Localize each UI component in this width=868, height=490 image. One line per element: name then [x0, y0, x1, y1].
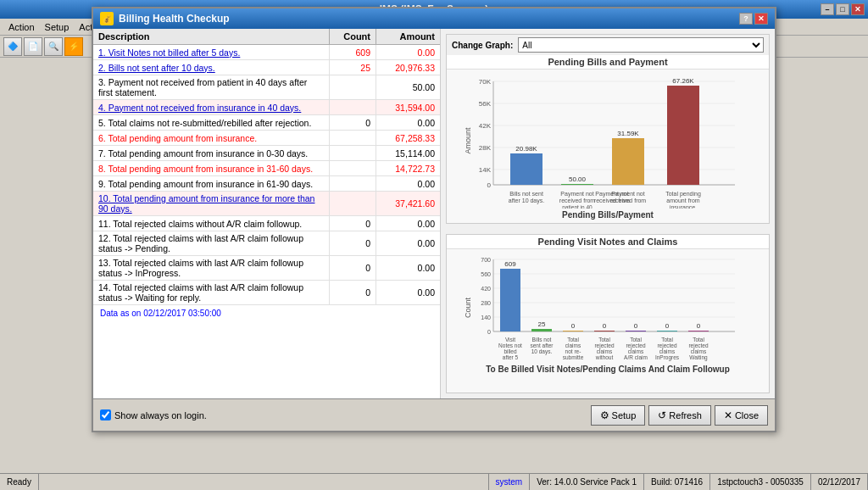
- svg-text:received from: received from: [559, 198, 596, 203]
- svg-text:700: 700: [481, 257, 491, 263]
- chart1-container: Change Graph: All Pending Bills and Paym…: [446, 34, 770, 224]
- row-link[interactable]: 4. Payment not received from insurance i…: [98, 103, 301, 113]
- col-amount: Amount: [376, 29, 440, 44]
- dialog-title-bar: 💰 Billing Health Checkup ? ✕: [93, 8, 775, 29]
- dialog-title-left: 💰 Billing Health Checkup: [100, 12, 230, 25]
- row-amount: 50.00: [376, 75, 440, 99]
- svg-text:submitte: submitte: [563, 354, 584, 360]
- close-icon: ✕: [724, 409, 732, 421]
- svg-rect-56: [594, 331, 615, 331]
- svg-text:0: 0: [571, 322, 576, 330]
- row-amount: 0.00: [376, 176, 440, 191]
- table-row: 13. Total rejected claims with last A/R …: [93, 256, 440, 281]
- dialog-icon: 💰: [100, 12, 114, 25]
- toolbar-btn-1[interactable]: 🔷: [3, 37, 22, 56]
- row-desc[interactable]: 10. Total pending amount from insurance …: [93, 192, 330, 215]
- minimize-button[interactable]: –: [821, 3, 834, 15]
- row-count: 0: [330, 281, 376, 304]
- dialog-close-button[interactable]: ✕: [754, 13, 768, 25]
- svg-text:after 5: after 5: [503, 354, 519, 360]
- setup-button[interactable]: ⚙ Setup: [591, 405, 646, 426]
- row-link[interactable]: 1. Visit Notes not billed after 5 days.: [98, 47, 240, 58]
- maximize-button[interactable]: □: [836, 3, 849, 15]
- toolbar-btn-4[interactable]: ⚡: [64, 37, 83, 56]
- svg-rect-15: [510, 153, 542, 185]
- svg-text:after 10 days.: after 10 days.: [509, 198, 544, 204]
- row-amount: 20,976.33: [376, 60, 440, 75]
- svg-text:claims: claims: [691, 348, 707, 354]
- svg-text:420: 420: [481, 286, 491, 292]
- toolbar-btn-3[interactable]: 🔍: [44, 37, 63, 56]
- table-row: 3. Payment not received from patient in …: [93, 75, 440, 100]
- chart2-svg-wrap: Count: [447, 249, 769, 393]
- status-version: Ver: 14.0.0 Service Pack 1: [530, 474, 644, 490]
- title-bar-controls[interactable]: – □ ✕: [821, 3, 865, 15]
- svg-text:InProgres: InProgres: [655, 354, 680, 361]
- svg-text:Visit: Visit: [505, 337, 515, 342]
- close-window-button[interactable]: ✕: [851, 3, 865, 15]
- change-graph-select[interactable]: All: [518, 37, 764, 53]
- svg-text:Total: Total: [630, 337, 642, 342]
- svg-text:42K: 42K: [479, 122, 492, 130]
- svg-text:Bills not sent: Bills not sent: [509, 191, 543, 197]
- table-row[interactable]: 1. Visit Notes not billed after 5 days. …: [93, 45, 440, 60]
- svg-text:70K: 70K: [479, 78, 492, 86]
- table-row[interactable]: 2. Bills not sent after 10 days. 25 20,9…: [93, 60, 440, 75]
- table-row: 6. Total pending amount from insurance. …: [93, 131, 440, 146]
- row-count: 0: [330, 115, 376, 130]
- svg-rect-62: [688, 331, 709, 331]
- menu-action[interactable]: Action: [3, 20, 40, 34]
- row-link[interactable]: 2. Bills not sent after 10 days.: [98, 63, 215, 73]
- table-row: 11. Total rejected claims without A/R cl…: [93, 216, 440, 231]
- row-desc[interactable]: 4. Payment not received from insurance i…: [93, 100, 330, 114]
- table-row: 14. Total rejected claims with last A/R …: [93, 281, 440, 305]
- dialog-help-button[interactable]: ?: [739, 13, 753, 25]
- row-link[interactable]: 10. Total pending amount from insurance …: [98, 193, 324, 214]
- row-count: [330, 75, 376, 99]
- svg-text:without: without: [595, 354, 614, 360]
- right-panel: Change Graph: All Pending Bills and Paym…: [441, 29, 775, 398]
- show-always-label: Show always on login.: [114, 410, 207, 420]
- close-button[interactable]: ✕ Close: [715, 405, 768, 426]
- table-row[interactable]: 10. Total pending amount from insurance …: [93, 192, 440, 216]
- row-desc: 6. Total pending amount from insurance.: [93, 131, 330, 145]
- setup-label: Setup: [612, 410, 637, 420]
- table-row: 8. Total pending amount from insurance i…: [93, 161, 440, 176]
- row-desc: 3. Payment not received from patient in …: [93, 75, 330, 99]
- row-amount: 0.00: [376, 115, 440, 130]
- chart1-svg: Amount: [464, 73, 752, 209]
- chart-controls: Change Graph: All: [447, 35, 769, 55]
- row-count: 0: [330, 256, 376, 280]
- svg-text:Total: Total: [567, 337, 579, 342]
- row-count: [330, 192, 376, 215]
- left-panel: Description Count Amount 1. Visit Notes …: [93, 29, 441, 398]
- svg-rect-60: [657, 331, 677, 331]
- table-row: 7. Total pending amount from insurance i…: [93, 146, 440, 161]
- menu-setup[interactable]: Setup: [40, 20, 75, 34]
- dialog-title-controls[interactable]: ? ✕: [739, 13, 768, 25]
- svg-text:Waiting: Waiting: [689, 354, 708, 361]
- row-desc[interactable]: 1. Visit Notes not billed after 5 days.: [93, 45, 330, 59]
- show-always-checkbox-container[interactable]: Show always on login.: [100, 409, 207, 420]
- toolbar-btn-2[interactable]: 📄: [24, 37, 42, 56]
- table-row[interactable]: 4. Payment not received from insurance i…: [93, 100, 440, 115]
- row-count: 0: [330, 216, 376, 231]
- svg-text:20.98K: 20.98K: [515, 145, 537, 153]
- svg-text:560: 560: [481, 271, 491, 277]
- show-always-checkbox[interactable]: [100, 409, 111, 420]
- table-header: Description Count Amount: [93, 29, 440, 45]
- row-count: 25: [330, 60, 376, 75]
- row-desc: 7. Total pending amount from insurance i…: [93, 146, 330, 160]
- svg-rect-52: [531, 329, 552, 331]
- svg-text:Bills not: Bills not: [532, 337, 552, 342]
- row-amount: 0.00: [376, 281, 440, 304]
- refresh-button[interactable]: ↺ Refresh: [648, 405, 711, 426]
- chart1-title: Pending Bills and Payment: [447, 55, 769, 70]
- svg-text:claims: claims: [565, 342, 581, 348]
- row-desc[interactable]: 2. Bills not sent after 10 days.: [93, 60, 330, 75]
- svg-text:50.00: 50.00: [569, 175, 587, 183]
- svg-text:amount from: amount from: [666, 198, 699, 203]
- dialog-footer: Show always on login. ⚙ Setup ↺ Refresh …: [93, 398, 775, 431]
- svg-text:280: 280: [481, 300, 491, 306]
- svg-text:140: 140: [481, 315, 491, 320]
